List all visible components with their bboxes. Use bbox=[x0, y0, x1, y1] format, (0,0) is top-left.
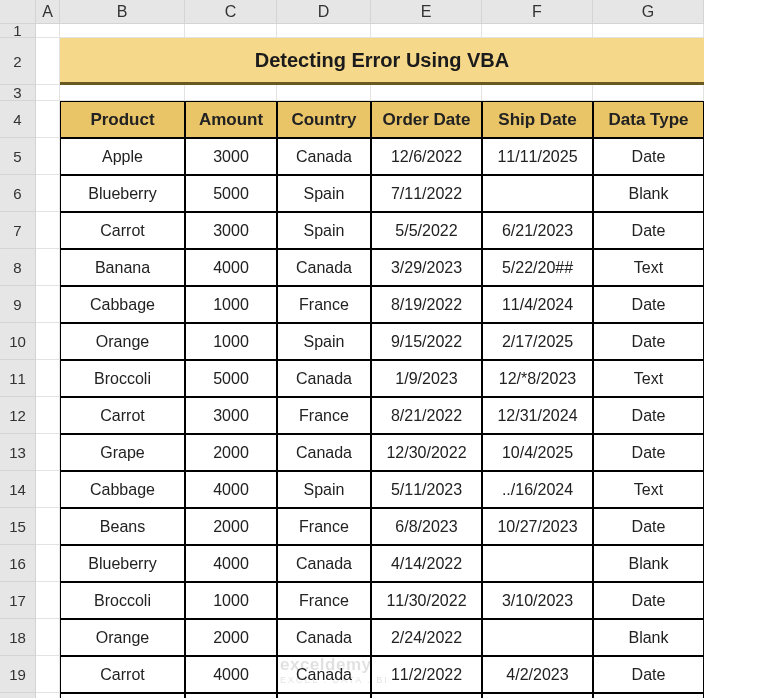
table-cell-ship[interactable]: 6/21/2023 bbox=[482, 212, 593, 249]
table-cell-type[interactable]: Text bbox=[593, 471, 704, 508]
row-header-8[interactable]: 8 bbox=[0, 249, 36, 286]
table-cell-order[interactable]: 6/8/2023 bbox=[371, 508, 482, 545]
table-cell-order[interactable]: 11/30/2022 bbox=[371, 582, 482, 619]
table-cell-amount[interactable]: 4000 bbox=[185, 693, 277, 698]
row-header-15[interactable]: 15 bbox=[0, 508, 36, 545]
table-cell-ship[interactable]: 11/11/2025 bbox=[482, 138, 593, 175]
row-header-6[interactable]: 6 bbox=[0, 175, 36, 212]
table-cell-product[interactable]: Broccoli bbox=[60, 582, 185, 619]
table-cell-order[interactable]: 9/15/2022 bbox=[371, 323, 482, 360]
row-header-16[interactable]: 16 bbox=[0, 545, 36, 582]
table-cell-ship[interactable]: 3/10/2023 bbox=[482, 582, 593, 619]
table-cell-amount[interactable]: 1000 bbox=[185, 582, 277, 619]
row-header-14[interactable]: 14 bbox=[0, 471, 36, 508]
table-cell-ship[interactable]: 5/22/20## bbox=[482, 249, 593, 286]
table-cell-order[interactable]: 4/14/2022 bbox=[371, 545, 482, 582]
row-header-20[interactable]: 20 bbox=[0, 693, 36, 698]
col-header-f[interactable]: F bbox=[482, 0, 593, 24]
table-cell-country[interactable]: Spain bbox=[277, 175, 371, 212]
table-cell-country[interactable]: France bbox=[277, 508, 371, 545]
table-cell-type[interactable]: Date bbox=[593, 286, 704, 323]
table-cell-type[interactable]: Blank bbox=[593, 175, 704, 212]
table-cell-type[interactable]: Date bbox=[593, 508, 704, 545]
table-cell-ship[interactable]: ../16/2024 bbox=[482, 471, 593, 508]
col-header-g[interactable]: G bbox=[593, 0, 704, 24]
table-cell-country[interactable]: Canada bbox=[277, 360, 371, 397]
row-header-17[interactable]: 17 bbox=[0, 582, 36, 619]
table-cell-product[interactable]: Banana bbox=[60, 249, 185, 286]
table-cell-order[interactable]: 8/19/2022 bbox=[371, 286, 482, 323]
col-header-d[interactable]: D bbox=[277, 0, 371, 24]
table-cell-amount[interactable]: 4000 bbox=[185, 545, 277, 582]
table-cell-order[interactable]: 7/11/2022 bbox=[371, 175, 482, 212]
table-cell-product[interactable]: Beans bbox=[60, 508, 185, 545]
table-cell-product[interactable]: Orange bbox=[60, 619, 185, 656]
table-cell-country[interactable]: Canada bbox=[277, 656, 371, 693]
table-cell-ship[interactable]: 4/2/2023 bbox=[482, 656, 593, 693]
table-cell-product[interactable]: Blueberry bbox=[60, 545, 185, 582]
table-cell-order[interactable]: 3/29/2023 bbox=[371, 249, 482, 286]
table-cell-amount[interactable]: 1000 bbox=[185, 323, 277, 360]
table-cell-order[interactable]: 12/5/2022 bbox=[371, 693, 482, 698]
table-cell-country[interactable]: Canada bbox=[277, 249, 371, 286]
col-header-e[interactable]: E bbox=[371, 0, 482, 24]
table-cell-type[interactable]: Date bbox=[593, 323, 704, 360]
table-cell-order[interactable]: 8/21/2022 bbox=[371, 397, 482, 434]
table-cell-order[interactable]: 2/24/2022 bbox=[371, 619, 482, 656]
table-cell-product[interactable]: Broccoli bbox=[60, 360, 185, 397]
row-header-4[interactable]: 4 bbox=[0, 101, 36, 138]
table-cell-amount[interactable]: 2000 bbox=[185, 434, 277, 471]
table-cell-amount[interactable]: 2000 bbox=[185, 619, 277, 656]
table-cell-ship[interactable]: 12/*8/2023 bbox=[482, 360, 593, 397]
table-cell-type[interactable]: Blank bbox=[593, 619, 704, 656]
col-header-a[interactable]: A bbox=[36, 0, 60, 24]
table-cell-type[interactable]: Blank bbox=[593, 545, 704, 582]
table-cell-country[interactable]: Spain bbox=[277, 471, 371, 508]
table-cell-ship[interactable] bbox=[482, 545, 593, 582]
table-cell-amount[interactable]: 4000 bbox=[185, 471, 277, 508]
row-header-11[interactable]: 11 bbox=[0, 360, 36, 397]
table-cell-order[interactable]: 12/6/2022 bbox=[371, 138, 482, 175]
table-cell-order[interactable]: 12/30/2022 bbox=[371, 434, 482, 471]
row-header-13[interactable]: 13 bbox=[0, 434, 36, 471]
table-cell-amount[interactable]: 4000 bbox=[185, 249, 277, 286]
table-cell-product[interactable]: Carrot bbox=[60, 656, 185, 693]
table-cell-ship[interactable]: 2/17/2025 bbox=[482, 323, 593, 360]
table-cell-amount[interactable]: 4000 bbox=[185, 656, 277, 693]
row-header-9[interactable]: 9 bbox=[0, 286, 36, 323]
row-header-19[interactable]: 19 bbox=[0, 656, 36, 693]
table-cell-amount[interactable]: 3000 bbox=[185, 397, 277, 434]
table-cell-ship[interactable]: 10/27/2023 bbox=[482, 508, 593, 545]
table-cell-ship[interactable]: 5/26/--24 bbox=[482, 693, 593, 698]
table-cell-ship[interactable] bbox=[482, 175, 593, 212]
table-cell-ship[interactable] bbox=[482, 619, 593, 656]
table-cell-type[interactable]: Text bbox=[593, 360, 704, 397]
table-cell-product[interactable]: Grape bbox=[60, 434, 185, 471]
table-cell-product[interactable]: Apple bbox=[60, 138, 185, 175]
table-cell-product[interactable]: Cabbage bbox=[60, 471, 185, 508]
table-cell-country[interactable]: Spain bbox=[277, 212, 371, 249]
table-cell-country[interactable]: Spain bbox=[277, 693, 371, 698]
table-cell-amount[interactable]: 3000 bbox=[185, 138, 277, 175]
table-cell-product[interactable]: Orange bbox=[60, 323, 185, 360]
table-cell-product[interactable]: Carrot bbox=[60, 397, 185, 434]
row-header-10[interactable]: 10 bbox=[0, 323, 36, 360]
row-header-2[interactable]: 2 bbox=[0, 38, 36, 85]
table-cell-ship[interactable]: 10/4/2025 bbox=[482, 434, 593, 471]
select-all-corner[interactable] bbox=[0, 0, 36, 24]
table-cell-country[interactable]: France bbox=[277, 397, 371, 434]
table-cell-order[interactable]: 5/11/2023 bbox=[371, 471, 482, 508]
table-cell-product[interactable]: Cabbage bbox=[60, 286, 185, 323]
table-cell-order[interactable]: 5/5/2022 bbox=[371, 212, 482, 249]
table-cell-type[interactable]: Date bbox=[593, 434, 704, 471]
table-cell-country[interactable]: France bbox=[277, 582, 371, 619]
row-header-1[interactable]: 1 bbox=[0, 24, 36, 38]
table-cell-country[interactable]: Canada bbox=[277, 619, 371, 656]
row-header-5[interactable]: 5 bbox=[0, 138, 36, 175]
table-cell-ship[interactable]: 11/4/2024 bbox=[482, 286, 593, 323]
table-cell-amount[interactable]: 5000 bbox=[185, 360, 277, 397]
table-cell-amount[interactable]: 2000 bbox=[185, 508, 277, 545]
row-header-7[interactable]: 7 bbox=[0, 212, 36, 249]
table-cell-country[interactable]: Canada bbox=[277, 545, 371, 582]
table-cell-type[interactable]: Text bbox=[593, 249, 704, 286]
